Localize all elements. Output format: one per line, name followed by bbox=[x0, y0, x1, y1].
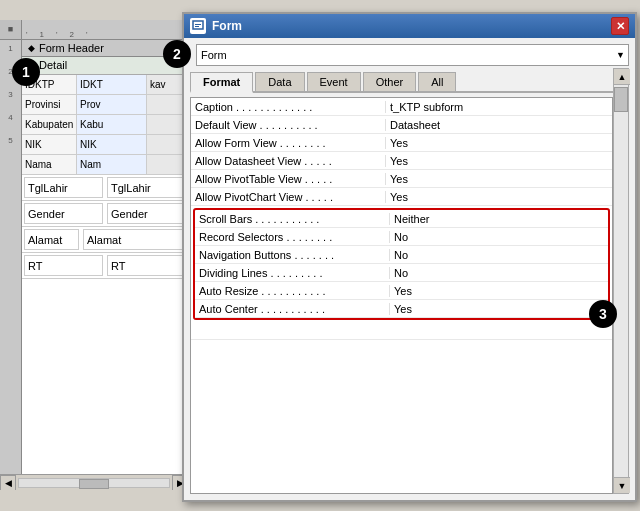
form-name-row: Form bbox=[190, 44, 629, 66]
close-button[interactable]: ✕ bbox=[611, 17, 629, 35]
prop-name: Navigation Buttons . . . . . . . bbox=[195, 249, 390, 261]
tabs-bar: Format Data Event Other All bbox=[190, 72, 629, 93]
prop-name: Allow PivotChart View . . . . . bbox=[191, 191, 386, 203]
scroll-thumb[interactable] bbox=[614, 87, 628, 112]
field-value: IDKT bbox=[77, 75, 147, 94]
prop-row-autocenter: Auto Center . . . . . . . . . . . Yes bbox=[195, 300, 608, 318]
prop-row-allowform: Allow Form View . . . . . . . . Yes bbox=[191, 134, 612, 152]
dialog-title: Form bbox=[212, 19, 242, 33]
scroll-thumb[interactable] bbox=[79, 479, 109, 489]
prop-row-navbuttons: Navigation Buttons . . . . . . . No bbox=[195, 246, 608, 264]
prop-name: Auto Center . . . . . . . . . . . bbox=[195, 303, 390, 315]
prop-name: Caption . . . . . . . . . . . . . bbox=[191, 101, 386, 113]
field-value: Kabu bbox=[77, 115, 147, 134]
properties-container: Caption . . . . . . . . . . . . . t_KTP … bbox=[190, 97, 613, 494]
prop-value[interactable]: Neither bbox=[390, 213, 608, 225]
table-row: RT RT bbox=[22, 253, 188, 279]
form-name-select[interactable]: Form bbox=[196, 44, 629, 66]
detail-section: ◆ Detail bbox=[22, 57, 188, 75]
prop-row-caption: Caption . . . . . . . . . . . . . t_KTP … bbox=[191, 98, 612, 116]
ruler-corner: ■ bbox=[0, 20, 22, 40]
tab-format[interactable]: Format bbox=[190, 72, 253, 93]
field-rt: RT bbox=[24, 255, 103, 276]
field-value: Prov bbox=[77, 95, 147, 114]
prop-value[interactable]: No bbox=[390, 267, 608, 279]
prop-row-defaultview: Default View . . . . . . . . . . Datashe… bbox=[191, 116, 612, 134]
prop-value[interactable]: t_KTP subform bbox=[386, 101, 612, 113]
scroll-down-button[interactable]: ▼ bbox=[614, 477, 630, 493]
field-value: Nam bbox=[77, 155, 147, 174]
table-row: Nama Nam bbox=[22, 155, 188, 175]
prop-name: Allow Form View . . . . . . . . bbox=[191, 137, 386, 149]
prop-value[interactable]: Yes bbox=[390, 303, 608, 315]
subform-area: ■ ' 1' 2' 12345 ◆ Form Header ◆ Detail bbox=[0, 20, 188, 490]
ruler-vertical: 12345 bbox=[0, 40, 22, 490]
form-icon bbox=[190, 18, 206, 34]
prop-value[interactable]: Datasheet bbox=[386, 119, 612, 131]
prop-name: Default View . . . . . . . . . . bbox=[191, 119, 386, 131]
prop-value[interactable]: No bbox=[390, 249, 608, 261]
prop-name: Dividing Lines . . . . . . . . . bbox=[195, 267, 390, 279]
table-row: IDKTP IDKT kav bbox=[22, 75, 188, 95]
tab-data[interactable]: Data bbox=[255, 72, 304, 91]
field-rt-val: RT bbox=[107, 255, 186, 276]
prop-value[interactable]: Yes bbox=[386, 191, 612, 203]
prop-value[interactable]: Yes bbox=[390, 285, 608, 297]
highlighted-properties: Scroll Bars . . . . . . . . . . . Neithe… bbox=[193, 208, 610, 320]
title-left: Form bbox=[190, 18, 242, 34]
scroll-track[interactable] bbox=[22, 478, 170, 488]
prop-name: Allow PivotTable View . . . . . bbox=[191, 173, 386, 185]
field-gender-val: Gender bbox=[107, 203, 186, 224]
form-header-label: Form Header bbox=[39, 42, 104, 54]
prop-name: Auto Resize . . . . . . . . . . . bbox=[195, 285, 390, 297]
field-label: Provinsi bbox=[22, 95, 77, 114]
annotation-2: 2 bbox=[163, 40, 191, 68]
table-row: NIK NIK bbox=[22, 135, 188, 155]
field-value: NIK bbox=[77, 135, 147, 154]
tab-event[interactable]: Event bbox=[307, 72, 361, 91]
prop-row-dividinglines: Dividing Lines . . . . . . . . . No bbox=[195, 264, 608, 282]
scroll-track bbox=[614, 85, 628, 477]
field-tgllahir-val: TglLahir bbox=[107, 177, 186, 198]
subform-content: ◆ Form Header ◆ Detail IDKTP IDKT kav Pr… bbox=[22, 40, 188, 490]
prop-name: Allow Datasheet View . . . . . bbox=[191, 155, 386, 167]
annotation-1: 1 bbox=[12, 58, 40, 86]
prop-value[interactable]: Yes bbox=[386, 155, 612, 167]
field-tgllahir: TglLahir bbox=[24, 177, 103, 198]
svg-rect-2 bbox=[195, 26, 199, 27]
field-label: Kabupaten bbox=[22, 115, 77, 134]
svg-rect-1 bbox=[195, 24, 201, 25]
designer-area: ■ ' 1' 2' 12345 ◆ Form Header ◆ Detail bbox=[0, 0, 640, 511]
ruler-marks: ' 1' 2' bbox=[22, 20, 88, 39]
prop-row-allowpivottable: Allow PivotTable View . . . . . Yes bbox=[191, 170, 612, 188]
prop-row-extra bbox=[191, 322, 612, 340]
tab-other[interactable]: Other bbox=[363, 72, 417, 91]
field-gender: Gender bbox=[24, 203, 103, 224]
horizontal-scrollbar[interactable]: ◀ ▶ bbox=[22, 474, 188, 490]
form-name-wrapper: Form bbox=[196, 44, 629, 66]
subform-grid: IDKTP IDKT kav Provinsi Prov Kabupaten K… bbox=[22, 75, 188, 279]
prop-row-allowdatasheet: Allow Datasheet View . . . . . Yes bbox=[191, 152, 612, 170]
table-row: Gender Gender bbox=[22, 201, 188, 227]
tab-all[interactable]: All bbox=[418, 72, 456, 91]
ruler-horizontal: ■ ' 1' 2' bbox=[0, 20, 188, 40]
vertical-scrollbar[interactable]: ▲ ▼ bbox=[613, 68, 629, 494]
dialog-content: Form Format Data Event Other All Caption… bbox=[184, 38, 635, 500]
field-alamat: Alamat bbox=[24, 229, 79, 250]
annotation-3: 3 bbox=[589, 300, 617, 328]
prop-row-allowpivotchart: Allow PivotChart View . . . . . Yes bbox=[191, 188, 612, 206]
prop-value[interactable]: Yes bbox=[386, 137, 612, 149]
table-row: TglLahir TglLahir bbox=[22, 175, 188, 201]
table-row: Kabupaten Kabu bbox=[22, 115, 188, 135]
prop-row-scrollbars: Scroll Bars . . . . . . . . . . . Neithe… bbox=[195, 210, 608, 228]
prop-row-recordselectors: Record Selectors . . . . . . . . No bbox=[195, 228, 608, 246]
table-row: Alamat Alamat bbox=[22, 227, 188, 253]
prop-name: Scroll Bars . . . . . . . . . . . bbox=[195, 213, 390, 225]
prop-value[interactable]: No bbox=[390, 231, 608, 243]
form-dialog: Form ✕ Form Format Data Event Other All bbox=[182, 12, 637, 502]
field-label: NIK bbox=[22, 135, 77, 154]
prop-value[interactable]: Yes bbox=[386, 173, 612, 185]
dialog-titlebar: Form ✕ bbox=[184, 14, 635, 38]
detail-label: Detail bbox=[39, 59, 67, 71]
scroll-up-button[interactable]: ▲ bbox=[614, 69, 630, 85]
